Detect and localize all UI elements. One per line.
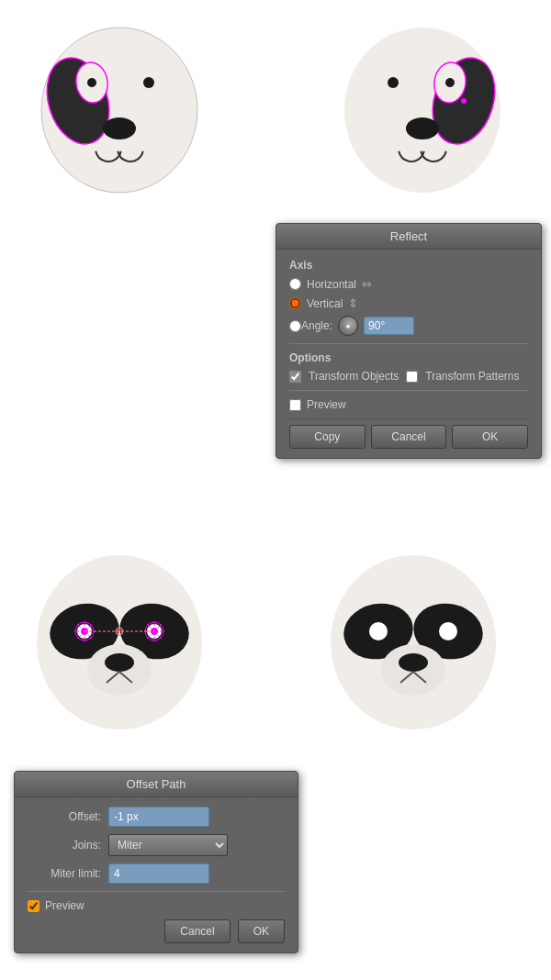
preview-checkbox[interactable] xyxy=(289,399,301,411)
offset-preview-checkbox[interactable] xyxy=(28,900,39,912)
horizontal-icon: ⇔ xyxy=(362,277,372,291)
offset-cancel-button[interactable]: Cancel xyxy=(164,919,230,943)
horizontal-radio[interactable] xyxy=(289,278,301,290)
angle-row: Angle: ● xyxy=(289,316,528,336)
angle-dial: ● xyxy=(338,316,358,336)
offset-preview-label: Preview xyxy=(45,899,84,912)
transform-objects-row: Transform Objects Transform Patterns xyxy=(289,370,528,383)
reflect-dialog-buttons: Copy Cancel OK xyxy=(289,418,528,449)
copy-button[interactable]: Copy xyxy=(289,425,365,449)
vertical-radio-row: Vertical ⇕ xyxy=(289,296,528,310)
horizontal-label: Horizontal xyxy=(307,278,356,291)
options-label: Options xyxy=(289,351,528,364)
joins-row: Joins: Miter Round Bevel xyxy=(28,834,285,856)
angle-radio[interactable] xyxy=(289,320,301,332)
reflect-dialog-title: Reflect xyxy=(276,224,541,250)
axis-section-label: Axis xyxy=(289,259,528,272)
vertical-label: Vertical xyxy=(307,297,343,310)
offset-input[interactable] xyxy=(108,807,209,827)
angle-label: Angle: xyxy=(301,319,332,332)
horizontal-radio-row: Horizontal ⇔ xyxy=(289,277,528,291)
ok-button[interactable]: OK xyxy=(452,425,528,449)
angle-input[interactable] xyxy=(364,317,414,335)
offset-label: Offset: xyxy=(28,810,101,823)
vertical-radio[interactable] xyxy=(289,297,301,309)
joins-select[interactable]: Miter Round Bevel xyxy=(108,834,228,856)
transform-patterns-checkbox[interactable] xyxy=(406,371,418,383)
miter-input[interactable] xyxy=(108,863,209,884)
offset-preview-row: Preview xyxy=(28,899,285,912)
joins-label: Joins: xyxy=(28,839,101,852)
offset-dialog-title: Offset Path xyxy=(15,772,298,797)
preview-row: Preview xyxy=(289,398,528,411)
transform-patterns-label: Transform Patterns xyxy=(425,370,519,383)
transform-objects-label: Transform Objects xyxy=(309,370,399,383)
vertical-icon: ⇕ xyxy=(348,296,358,310)
cancel-button[interactable]: Cancel xyxy=(371,425,447,449)
options-section: Options Transform Objects Transform Patt… xyxy=(289,351,528,383)
offset-row: Offset: xyxy=(28,807,285,827)
miter-label: Miter limit: xyxy=(28,867,101,880)
transform-objects-checkbox[interactable] xyxy=(289,371,301,383)
reflect-dialog: Reflect Axis Horizontal ⇔ Vertical ⇕ Ang… xyxy=(276,223,542,459)
offset-dialog-buttons: Cancel OK xyxy=(28,919,285,943)
preview-label: Preview xyxy=(307,398,346,411)
offset-ok-button[interactable]: OK xyxy=(238,919,285,943)
miter-row: Miter limit: xyxy=(28,863,285,884)
offset-dialog: Offset Path Offset: Joins: Miter Round B… xyxy=(14,771,298,953)
